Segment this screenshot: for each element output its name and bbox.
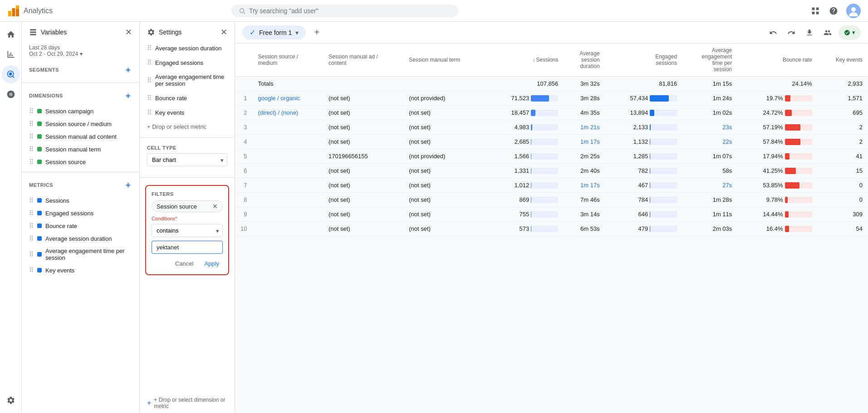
- active-tab[interactable]: ✓ Free form 1 ▾: [242, 25, 306, 39]
- td-num: 4: [235, 135, 252, 149]
- undo-btn[interactable]: [766, 25, 780, 40]
- variables-panel-header: Variables ✕: [22, 27, 139, 41]
- dimensions-add-btn[interactable]: ＋: [124, 90, 132, 101]
- table-row[interactable]: 4 (not set) (not set) 2,685 1m 17s 1,132…: [235, 135, 868, 149]
- metrics-add-btn[interactable]: ＋: [124, 180, 132, 190]
- td-engaged: 782: [605, 164, 683, 178]
- th-engaged[interactable]: Engagedsessions: [605, 44, 683, 77]
- help-icon[interactable]: [828, 5, 839, 16]
- td-manual-ad: (not set): [323, 193, 403, 207]
- grid-icon[interactable]: [810, 5, 821, 16]
- metric-item[interactable]: ⠿Key events: [22, 264, 139, 277]
- settings-metrics-list: ⠿Average session duration⠿Engaged sessio…: [140, 41, 235, 120]
- sidebar-reports[interactable]: [2, 45, 20, 63]
- td-sessions: 1,012: [486, 178, 564, 193]
- settings-metric-item[interactable]: ⠿Bounce rate: [140, 91, 235, 105]
- settings-metric-item[interactable]: ⠿Average session duration: [140, 41, 235, 55]
- table-row[interactable]: 6 (not set) (not set) 1,331 2m 40s 782 5…: [235, 164, 868, 178]
- variables-close-btn[interactable]: ✕: [125, 27, 132, 37]
- segments-add-btn[interactable]: ＋: [124, 64, 132, 75]
- td-bounce: 57.84%: [737, 135, 817, 149]
- metric-item[interactable]: ⠿Bounce rate: [22, 219, 139, 232]
- dimension-item[interactable]: ⠿Session source / medium: [22, 117, 139, 130]
- search-input[interactable]: [249, 7, 451, 15]
- filter-apply-btn[interactable]: Apply: [201, 258, 223, 269]
- date-range-section: Last 28 days Oct 2 - Oct 29, 2024 ▾: [22, 41, 139, 61]
- sidebar-settings[interactable]: [2, 391, 20, 409]
- settings-panel: Settings ✕ ⠿Average session duration⠿Eng…: [140, 22, 235, 413]
- filter-chip-close[interactable]: ✕: [212, 203, 218, 210]
- td-avg-duration: 3m 28s: [564, 91, 605, 106]
- download-btn[interactable]: [802, 25, 817, 40]
- table-row[interactable]: 2 (direct) / (none) (not set) (not set) …: [235, 106, 868, 120]
- add-tab-btn[interactable]: +: [309, 25, 324, 40]
- th-avg-duration[interactable]: Averagesessionduration: [564, 44, 605, 77]
- date-range-value[interactable]: Oct 2 - Oct 29, 2024 ▾: [29, 51, 132, 57]
- metric-item[interactable]: ⠿Engaged sessions: [22, 207, 139, 219]
- divider-2: [22, 172, 139, 172]
- bounce-bar-fill: [785, 182, 799, 189]
- th-manual-term[interactable]: Session manual term: [403, 44, 486, 77]
- table-row[interactable]: 10 (not set) (not set) 573 6m 53s 479 2m…: [235, 222, 868, 236]
- dimension-item[interactable]: ⠿Session campaign: [22, 105, 139, 117]
- td-avg-duration: 1m 17s: [564, 135, 605, 149]
- cell-type-select[interactable]: Bar chartPlain textHeatmap: [147, 153, 227, 166]
- table-row[interactable]: 3 (not set) (not set) 4,983 1m 21s 2,133…: [235, 120, 868, 135]
- dimension-item[interactable]: ⠿Session manual ad content: [22, 130, 139, 143]
- sessions-bar-fill: [531, 211, 531, 218]
- engaged-bar-fill: [650, 110, 654, 116]
- td-num: 3: [235, 120, 252, 135]
- dimension-item[interactable]: ⠿Session manual term: [22, 143, 139, 155]
- metric-item[interactable]: ⠿Average session duration: [22, 232, 139, 245]
- td-bounce: 57.19%: [737, 120, 817, 135]
- filter-chip-label: Session source: [157, 203, 197, 210]
- settings-metric-item[interactable]: ⠿Average engagement time per session: [140, 70, 235, 91]
- drop-metric-btn[interactable]: + Drop or select metric: [140, 120, 235, 134]
- tab-dropdown-icon[interactable]: ▾: [295, 29, 299, 36]
- engaged-bar-fill: [650, 197, 650, 203]
- table-row[interactable]: 7 (not set) (not set) 1,012 1m 17s 467 2…: [235, 178, 868, 193]
- sidebar-home[interactable]: [2, 25, 20, 44]
- bounce-bar-fill: [785, 197, 788, 203]
- settings-metric-item[interactable]: ⠿Key events: [140, 105, 235, 120]
- th-sessions[interactable]: ↓Sessions: [486, 44, 564, 77]
- settings-metric-item[interactable]: ⠿Engaged sessions: [140, 55, 235, 70]
- condition-select[interactable]: containsdoes not containexactly matchesb…: [152, 224, 223, 237]
- th-bounce[interactable]: Bounce rate: [737, 44, 817, 77]
- table-row[interactable]: 1 google / organic (not set) (not provid…: [235, 91, 868, 106]
- bounce-bar-fill: [785, 168, 796, 174]
- th-source-medium[interactable]: Session source /medium: [252, 44, 323, 77]
- td-avg-engagement: 58s: [682, 164, 737, 178]
- metric-item[interactable]: ⠿Average engagement time per session: [22, 245, 139, 264]
- share-btn[interactable]: [820, 25, 835, 40]
- td-avg-duration: 4m 35s: [564, 106, 605, 120]
- filter-input[interactable]: [152, 241, 223, 254]
- drop-dim-btn[interactable]: + + Drop or select dimension or metric: [140, 393, 235, 413]
- tab-check-icon: ✓: [250, 28, 255, 37]
- filter-cancel-btn[interactable]: Cancel: [172, 258, 197, 269]
- table-row[interactable]: 9 (not set) (not set) 755 3m 14s 646 1m …: [235, 207, 868, 222]
- th-key-events[interactable]: Key events: [818, 44, 868, 77]
- dimension-label: Session manual ad content: [45, 133, 117, 140]
- td-bounce: 9.78%: [737, 193, 817, 207]
- cell-type-section: CELL TYPE Bar chartPlain textHeatmap ▾: [140, 141, 235, 174]
- settings-close-btn[interactable]: ✕: [221, 27, 227, 37]
- sessions-bar: [531, 168, 558, 174]
- td-avg-duration: 3m 14s: [564, 207, 605, 222]
- metric-dot: [37, 224, 42, 228]
- status-btn[interactable]: ▾: [839, 25, 861, 40]
- search-bar[interactable]: [231, 5, 458, 17]
- sidebar-explore[interactable]: [2, 65, 20, 83]
- sessions-bar-fill: [531, 124, 532, 131]
- th-avg-engagement[interactable]: Averageengagementtime persession: [682, 44, 737, 77]
- filter-chip[interactable]: Session source ✕: [152, 200, 223, 212]
- table-row[interactable]: 8 (not set) (not set) 869 7m 46s 784 1m …: [235, 193, 868, 207]
- redo-btn[interactable]: [784, 25, 799, 40]
- user-avatar[interactable]: [846, 4, 861, 18]
- dimension-item[interactable]: ⠿Session source: [22, 155, 139, 168]
- settings-metric-label: Key events: [155, 109, 184, 116]
- sidebar-advertising[interactable]: [2, 85, 20, 103]
- table-row[interactable]: 5 170196656155 (not provided) 1,566 2m 2…: [235, 149, 868, 164]
- th-manual-ad[interactable]: Session manual ad /content: [323, 44, 403, 77]
- metric-item[interactable]: ⠿Sessions: [22, 194, 139, 207]
